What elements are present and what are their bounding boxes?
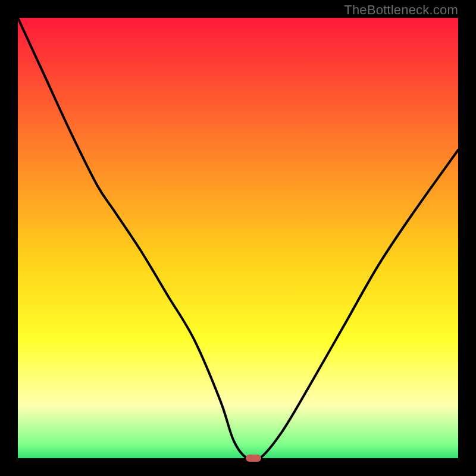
attribution-text: TheBottleneck.com — [344, 2, 458, 18]
bottleneck-chart — [18, 18, 458, 458]
optimal-marker — [246, 455, 261, 462]
chart-background — [18, 18, 458, 458]
chart-frame — [18, 18, 458, 458]
